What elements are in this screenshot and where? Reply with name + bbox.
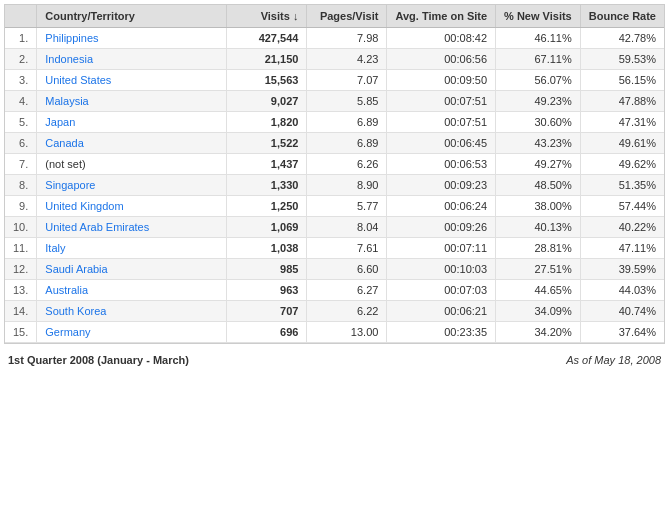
country-link[interactable]: United Kingdom — [45, 200, 123, 212]
bounce-rate-cell: 51.35% — [580, 175, 664, 196]
country-cell[interactable]: Singapore — [37, 175, 227, 196]
country-cell[interactable]: Germany — [37, 322, 227, 343]
pages-visit-cell: 5.85 — [307, 91, 387, 112]
rank-cell: 3. — [5, 70, 37, 91]
new-visits-cell: 27.51% — [496, 259, 581, 280]
table-footer: 1st Quarter 2008 (January - March) As of… — [0, 348, 669, 372]
avg-time-cell: 00:06:21 — [387, 301, 496, 322]
new-visits-cell: 48.50% — [496, 175, 581, 196]
visits-cell: 427,544 — [227, 28, 307, 49]
visits-cell: 1,522 — [227, 133, 307, 154]
visits-cell: 15,563 — [227, 70, 307, 91]
bounce-rate-cell: 39.59% — [580, 259, 664, 280]
visits-cell: 1,330 — [227, 175, 307, 196]
table-row: 6.Canada1,5226.8900:06:4543.23%49.61% — [5, 133, 664, 154]
new-visits-cell: 49.23% — [496, 91, 581, 112]
new-visits-cell: 28.81% — [496, 238, 581, 259]
new-visits-cell: 44.65% — [496, 280, 581, 301]
country-header: Country/Territory — [37, 5, 227, 28]
table-row: 1.Philippines427,5447.9800:08:4246.11%42… — [5, 28, 664, 49]
pages-visit-cell: 6.89 — [307, 133, 387, 154]
table-row: 4.Malaysia9,0275.8500:07:5149.23%47.88% — [5, 91, 664, 112]
pages-visit-cell: 6.22 — [307, 301, 387, 322]
rank-cell: 10. — [5, 217, 37, 238]
country-link[interactable]: Saudi Arabia — [45, 263, 107, 275]
quarter-label: 1st Quarter 2008 (January - March) — [8, 354, 189, 366]
avg-time-cell: 00:06:56 — [387, 49, 496, 70]
table-row: 9.United Kingdom1,2505.7700:06:2438.00%5… — [5, 196, 664, 217]
bounce-rate-cell: 40.74% — [580, 301, 664, 322]
country-cell[interactable]: United Kingdom — [37, 196, 227, 217]
new-visits-cell: 56.07% — [496, 70, 581, 91]
new-visits-cell: 67.11% — [496, 49, 581, 70]
country-cell[interactable]: Canada — [37, 133, 227, 154]
pages-visit-cell: 7.07 — [307, 70, 387, 91]
pages-visit-cell: 6.60 — [307, 259, 387, 280]
country-cell[interactable]: Italy — [37, 238, 227, 259]
bounce-rate-cell: 56.15% — [580, 70, 664, 91]
bounce-rate-cell: 47.88% — [580, 91, 664, 112]
visits-cell: 9,027 — [227, 91, 307, 112]
table-row: 3.United States15,5637.0700:09:5056.07%5… — [5, 70, 664, 91]
analytics-table-container: Country/Territory Visits ↓ Pages/Visit A… — [4, 4, 665, 344]
new-visits-cell: 40.13% — [496, 217, 581, 238]
country-cell[interactable]: Saudi Arabia — [37, 259, 227, 280]
avg-time-cell: 00:08:42 — [387, 28, 496, 49]
bounce-rate-cell: 44.03% — [580, 280, 664, 301]
country-link[interactable]: Indonesia — [45, 53, 93, 65]
rank-cell: 2. — [5, 49, 37, 70]
rank-cell: 15. — [5, 322, 37, 343]
new-visits-cell: 38.00% — [496, 196, 581, 217]
new-visits-cell: 43.23% — [496, 133, 581, 154]
country-link[interactable]: South Korea — [45, 305, 106, 317]
country-link[interactable]: Canada — [45, 137, 84, 149]
pages-visit-cell: 13.00 — [307, 322, 387, 343]
visits-cell: 1,437 — [227, 154, 307, 175]
country-cell[interactable]: Indonesia — [37, 49, 227, 70]
bounce-rate-cell: 37.64% — [580, 322, 664, 343]
country-link[interactable]: Australia — [45, 284, 88, 296]
avg-time-cell: 00:07:11 — [387, 238, 496, 259]
bounce-rate-cell: 57.44% — [580, 196, 664, 217]
country-cell[interactable]: Malaysia — [37, 91, 227, 112]
visits-cell: 707 — [227, 301, 307, 322]
country-cell[interactable]: Japan — [37, 112, 227, 133]
rank-cell: 13. — [5, 280, 37, 301]
rank-cell: 11. — [5, 238, 37, 259]
pages-visit-header: Pages/Visit — [307, 5, 387, 28]
country-link[interactable]: Philippines — [45, 32, 98, 44]
country-link[interactable]: United States — [45, 74, 111, 86]
as-of-label: As of May 18, 2008 — [566, 354, 661, 366]
bounce-rate-cell: 59.53% — [580, 49, 664, 70]
table-row: 7.(not set)1,4376.2600:06:5349.27%49.62% — [5, 154, 664, 175]
pages-visit-cell: 7.98 — [307, 28, 387, 49]
country-link[interactable]: Malaysia — [45, 95, 88, 107]
table-row: 11.Italy1,0387.6100:07:1128.81%47.11% — [5, 238, 664, 259]
country-cell[interactable]: United Arab Emirates — [37, 217, 227, 238]
bounce-rate-cell: 47.11% — [580, 238, 664, 259]
country-link[interactable]: Japan — [45, 116, 75, 128]
visits-cell: 21,150 — [227, 49, 307, 70]
country-link[interactable]: Italy — [45, 242, 65, 254]
country-cell[interactable]: South Korea — [37, 301, 227, 322]
rank-cell: 9. — [5, 196, 37, 217]
country-cell[interactable]: United States — [37, 70, 227, 91]
table-header-row: Country/Territory Visits ↓ Pages/Visit A… — [5, 5, 664, 28]
pages-visit-cell: 8.90 — [307, 175, 387, 196]
rank-cell: 14. — [5, 301, 37, 322]
country-cell[interactable]: Australia — [37, 280, 227, 301]
visits-cell: 985 — [227, 259, 307, 280]
country-cell[interactable]: Philippines — [37, 28, 227, 49]
new-visits-cell: 49.27% — [496, 154, 581, 175]
visits-header[interactable]: Visits ↓ — [227, 5, 307, 28]
country-link[interactable]: Germany — [45, 326, 90, 338]
country-link[interactable]: Singapore — [45, 179, 95, 191]
new-visits-header: % New Visits — [496, 5, 581, 28]
new-visits-cell: 30.60% — [496, 112, 581, 133]
visits-cell: 1,069 — [227, 217, 307, 238]
avg-time-cell: 00:06:53 — [387, 154, 496, 175]
country-link[interactable]: United Arab Emirates — [45, 221, 149, 233]
rank-cell: 8. — [5, 175, 37, 196]
rank-cell: 5. — [5, 112, 37, 133]
new-visits-cell: 34.20% — [496, 322, 581, 343]
